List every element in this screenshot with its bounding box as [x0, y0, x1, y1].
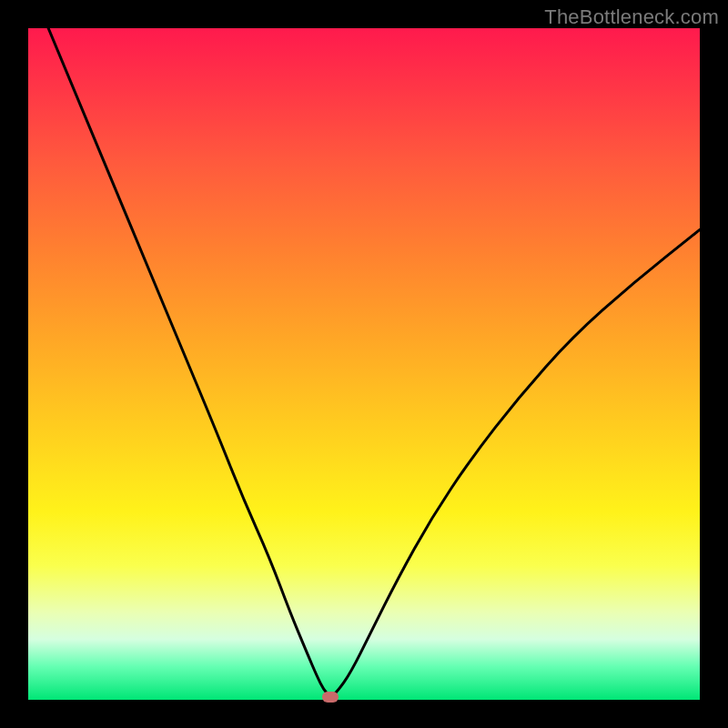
optimal-point-marker — [322, 692, 339, 703]
watermark-text: TheBottleneck.com — [544, 5, 719, 29]
plot-area — [28, 28, 700, 700]
chart-container: TheBottleneck.com — [0, 0, 728, 728]
bottleneck-curve — [48, 28, 700, 695]
curve-svg — [28, 28, 700, 700]
